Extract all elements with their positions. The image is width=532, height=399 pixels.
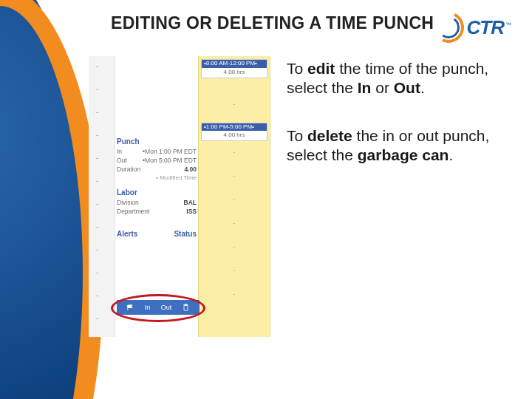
ctr-logo: CTR ™ bbox=[432, 10, 511, 44]
punch-action-bar: In Out bbox=[117, 300, 200, 315]
slide: EDITING OR DELETING A TIME PUNCH CTR ™ -… bbox=[0, 0, 532, 399]
t: . bbox=[420, 79, 425, 96]
t-bold: In bbox=[358, 79, 372, 96]
action-out-button[interactable]: Out bbox=[161, 304, 172, 311]
labor-division-label: Division bbox=[117, 199, 139, 206]
punch-out-value: •Mon 5:00 PM EDT bbox=[143, 157, 197, 164]
punch-duration-row: Duration 4.00 bbox=[117, 165, 197, 174]
punch-details-panel: Punch In •Mon 1:00 PM EDT Out •Mon 5:00 … bbox=[117, 137, 197, 239]
t-bold: Out bbox=[394, 79, 420, 96]
t: . bbox=[449, 146, 453, 163]
labor-section-title: Labor bbox=[117, 188, 197, 197]
calendar-column: •8:00 AM-12:00 PM• 4.00 hrs - •1:00 PM-5… bbox=[198, 56, 270, 337]
t-bold: delete bbox=[307, 127, 352, 144]
time-punch-screenshot: ----- ----- ---- •8:00 AM-12:00 PM• 4.00… bbox=[89, 56, 270, 337]
alerts-label: Alerts bbox=[117, 230, 137, 238]
punch-in-row[interactable]: In •Mon 1:00 PM EDT bbox=[117, 147, 197, 156]
calendar-block-2[interactable]: •1:00 PM-5:00 PM• 4.00 hrs bbox=[201, 123, 267, 142]
punch-section-title: Punch bbox=[117, 137, 197, 146]
instruction-edit: To edit the time of the punch, select th… bbox=[287, 59, 508, 97]
punch-in-value: •Mon 1:00 PM EDT bbox=[143, 148, 197, 155]
ctr-logo-swoosh-icon bbox=[432, 10, 466, 44]
labor-division-value: BAL bbox=[184, 199, 197, 206]
calendar-block-1[interactable]: •8:00 AM-12:00 PM• 4.00 hrs bbox=[201, 59, 267, 78]
t: To bbox=[287, 127, 307, 144]
punch-out-label: Out bbox=[117, 157, 127, 164]
punch-duration-value: 4.00 bbox=[184, 166, 197, 173]
punch-out-row[interactable]: Out •Mon 5:00 PM EDT bbox=[117, 156, 197, 165]
svg-rect-0 bbox=[184, 306, 188, 311]
labor-department-row: Department ISS bbox=[117, 207, 197, 216]
instruction-delete: To delete the in or out punch, select th… bbox=[287, 126, 508, 164]
calendar-block-2-header: •1:00 PM-5:00 PM• bbox=[202, 123, 267, 132]
punch-modified-note: • Modified Time bbox=[117, 174, 197, 184]
trash-icon[interactable] bbox=[183, 304, 189, 311]
ctr-logo-tm: ™ bbox=[505, 21, 511, 28]
punch-duration-label: Duration bbox=[117, 166, 140, 173]
t-bold: garbage can bbox=[358, 146, 449, 163]
punch-in-label: In bbox=[117, 148, 122, 155]
labor-division-row: Division BAL bbox=[117, 198, 197, 207]
action-in-button[interactable]: In bbox=[145, 304, 151, 311]
gutter-dots: ----- ----- ---- bbox=[96, 62, 98, 368]
ctr-logo-text: CTR bbox=[467, 16, 504, 39]
slide-title: EDITING OR DELETING A TIME PUNCH bbox=[111, 13, 434, 33]
time-gutter: ----- ----- ---- bbox=[89, 56, 115, 337]
t-bold: edit bbox=[307, 60, 335, 77]
svg-rect-2 bbox=[185, 304, 187, 304]
calendar-gap: - bbox=[199, 78, 270, 121]
status-label: Status bbox=[174, 230, 197, 238]
t: To bbox=[287, 60, 307, 77]
labor-department-label: Department bbox=[117, 208, 149, 215]
labor-department-value: ISS bbox=[186, 208, 197, 215]
t: or bbox=[371, 79, 393, 96]
calendar-block-1-header: •8:00 AM-12:00 PM• bbox=[202, 60, 267, 68]
calendar-tail: - - - - - - - bbox=[199, 141, 270, 298]
flag-icon[interactable] bbox=[127, 304, 134, 311]
alerts-status-row: Alerts Status bbox=[117, 229, 197, 239]
calendar-block-2-hours: 4.00 hrs bbox=[202, 131, 267, 140]
calendar-block-1-hours: 4.00 hrs bbox=[202, 68, 267, 78]
svg-rect-1 bbox=[183, 304, 188, 305]
instruction-text: To edit the time of the punch, select th… bbox=[287, 59, 508, 194]
